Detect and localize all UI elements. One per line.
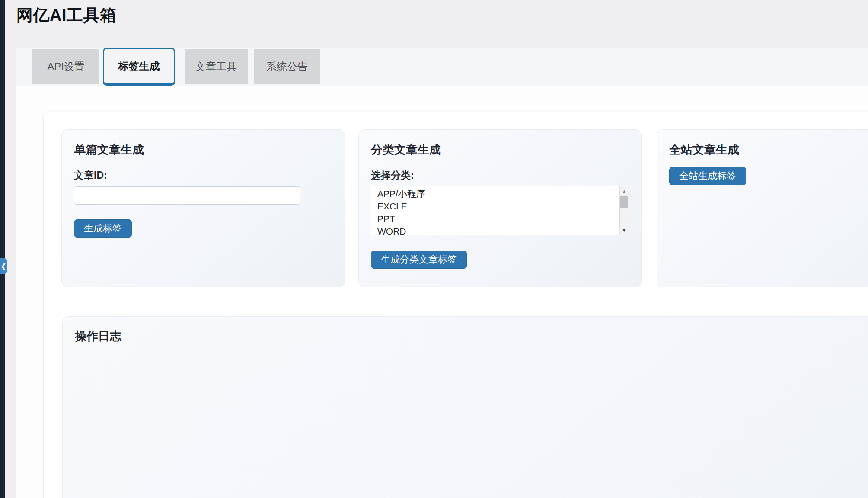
- scroll-down-button[interactable]: ▼: [620, 226, 629, 235]
- category-option[interactable]: EXCLE: [371, 200, 629, 212]
- listbox-scrollbar[interactable]: ▲ ▼: [619, 186, 629, 235]
- category-option[interactable]: APP/小程序: [371, 187, 629, 200]
- category-listbox[interactable]: APP/小程序 EXCLE PPT WORD ▲ ▼: [371, 186, 629, 235]
- category-option[interactable]: PPT: [371, 212, 629, 225]
- tab-tag-generation[interactable]: 标签生成: [103, 48, 175, 86]
- card-title: 全站文章生成: [669, 142, 868, 157]
- tab-label: 文章工具: [195, 60, 237, 74]
- triangle-down-icon: ▼: [622, 228, 627, 233]
- generate-category-tags-button[interactable]: 生成分类文章标签: [371, 251, 467, 269]
- scroll-up-button[interactable]: ▲: [620, 187, 629, 196]
- page-title: 网亿AI工具箱: [16, 4, 117, 26]
- generate-site-tags-button[interactable]: 全站生成标签: [669, 167, 746, 185]
- site-article-card: 全站文章生成 全站生成标签: [657, 129, 868, 287]
- tab-api-settings[interactable]: API设置: [32, 49, 99, 84]
- select-category-label: 选择分类:: [371, 169, 629, 182]
- article-id-input[interactable]: [74, 186, 300, 205]
- category-article-card: 分类文章生成 选择分类: APP/小程序 EXCLE PPT WORD ▲ ▼: [358, 129, 642, 287]
- tab-bar: API设置 标签生成 文章工具 系统公告: [16, 48, 868, 86]
- category-options: APP/小程序 EXCLE PPT WORD: [371, 186, 629, 235]
- scrollbar-thumb[interactable]: [620, 196, 628, 208]
- tab-label: API设置: [47, 60, 85, 74]
- collapsed-sidebar-edge: [0, 0, 5, 498]
- category-option[interactable]: WORD: [371, 225, 629, 235]
- sidebar-collapse-handle[interactable]: ❮: [0, 258, 7, 274]
- tab-label: 标签生成: [118, 59, 160, 73]
- card-title: 分类文章生成: [371, 142, 629, 157]
- tab-label: 系统公告: [266, 60, 308, 74]
- generate-tags-button[interactable]: 生成标签: [74, 219, 132, 238]
- tab-article-tools[interactable]: 文章工具: [185, 49, 248, 84]
- card-title: 单篇文章生成: [74, 142, 332, 157]
- main-content: 单篇文章生成 文章ID: 生成标签 分类文章生成 选择分类: APP/小程序 E…: [16, 86, 868, 498]
- single-article-card: 单篇文章生成 文章ID: 生成标签: [61, 129, 345, 287]
- article-id-label: 文章ID:: [74, 169, 332, 182]
- tag-generation-panel: 单篇文章生成 文章ID: 生成标签 分类文章生成 选择分类: APP/小程序 E…: [43, 112, 868, 498]
- operation-log-panel: 操作日志: [62, 316, 868, 498]
- tab-system-announcements[interactable]: 系统公告: [254, 49, 320, 84]
- log-title: 操作日志: [75, 328, 868, 344]
- chevron-left-icon: ❮: [0, 262, 6, 271]
- triangle-up-icon: ▲: [622, 189, 627, 194]
